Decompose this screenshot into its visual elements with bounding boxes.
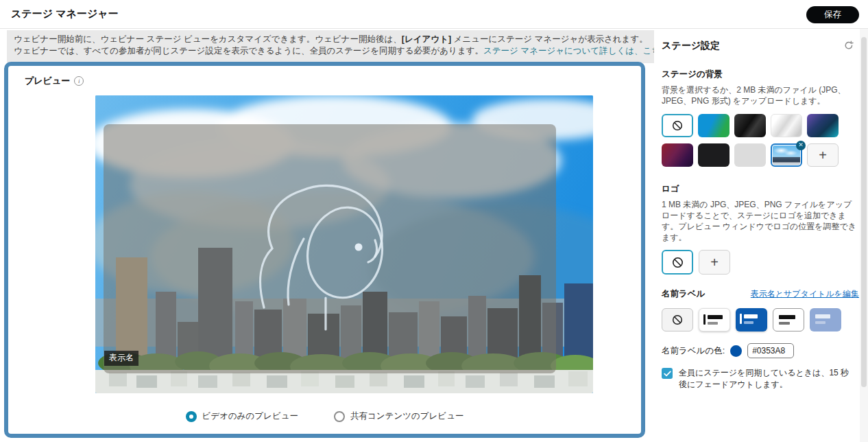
radio-shared-content-label: 共有コンテンツのプレビュー [350, 410, 463, 422]
name-label-style-translucent[interactable] [810, 308, 841, 332]
preview-panel: プレビュー i [4, 62, 645, 438]
background-add-button[interactable]: + [807, 143, 839, 167]
background-swatch-dark-wave[interactable] [734, 114, 766, 137]
layout-menu-ref: [レイアウト] [402, 34, 451, 44]
logo-add-button[interactable]: + [699, 250, 730, 275]
logo-heading: ロゴ [662, 183, 859, 195]
name-label-color-row: 名前ラベルの色: [662, 343, 859, 358]
fade-out-checkbox-checked[interactable] [662, 368, 673, 379]
background-swatch-red-purple[interactable] [662, 143, 693, 167]
fade-out-setting: 全員にステージを同期しているときは、15 秒後にフェードアウトします。 [662, 367, 859, 391]
radio-video-only[interactable]: ビデオのみのプレビュー [186, 410, 298, 422]
learn-more-link[interactable]: ステージ マネージャについて詳しくは、こちらをご覧ください。 [483, 46, 654, 56]
banner-line1: ウェビナー開始前に、ウェビナー ステージ ビューをカスタマイズできます。ウェビナ… [14, 34, 646, 45]
radio-shared-content[interactable]: 共有コンテンツのプレビュー [334, 410, 463, 422]
color-swatch-dot[interactable] [730, 345, 742, 357]
none-icon [672, 257, 684, 268]
display-name-tag[interactable]: 表示名 [104, 351, 138, 366]
background-swatch-grid: ✕ + [662, 114, 859, 167]
background-swatch-white-silk[interactable] [771, 114, 802, 137]
scrollbar-thumb[interactable] [861, 37, 867, 387]
sidebar-header: ステージ設定 [662, 40, 859, 52]
info-banner: ウェビナー開始前に、ウェビナー ステージ ビューをカスタマイズできます。ウェビナ… [7, 30, 654, 63]
radio-video-only-label: ビデオのみのプレビュー [202, 410, 298, 422]
check-icon [664, 371, 671, 377]
background-swatch-black[interactable] [698, 143, 730, 167]
logo-options: + [662, 250, 859, 275]
fade-out-label: 全員にステージを同期しているときは、15 秒後にフェードアウトします。 [679, 367, 850, 391]
name-label-style-white-accent[interactable] [699, 308, 730, 332]
name-label-color-input[interactable] [747, 343, 794, 358]
video-placeholder-region[interactable]: 表示名 [104, 124, 556, 373]
background-heading: ステージの背景 [662, 69, 859, 80]
background-swatch-blue-green[interactable] [698, 114, 730, 137]
none-icon [672, 314, 683, 325]
face-placeholder-icon [241, 163, 419, 335]
scrollbar-track[interactable] [860, 29, 868, 442]
preview-header: プレビュー i [25, 75, 84, 87]
sidebar-title: ステージ設定 [662, 40, 720, 52]
name-label-style-options [662, 308, 859, 332]
refresh-icon[interactable] [843, 40, 855, 52]
top-header-bar: ステージ マネージャー 保存 [0, 0, 868, 29]
name-label-header: 名前ラベル 表示名とサブタイトルを編集 [662, 288, 859, 300]
background-swatch-purple-teal[interactable] [807, 114, 839, 137]
background-swatch-light-gray[interactable] [734, 143, 766, 167]
page-title: ステージ マネージャー [11, 8, 119, 21]
logo-description: 1 MB 未満の JPG、JPEG、PNG ファイルをアップロードすることで、ス… [662, 199, 859, 243]
background-swatch-none[interactable] [662, 114, 693, 137]
name-label-style-blue-filled[interactable] [736, 308, 767, 332]
name-label-color-label: 名前ラベルの色: [662, 345, 725, 357]
none-icon [672, 120, 683, 131]
name-label-style-none[interactable] [662, 308, 693, 332]
background-swatch-city-selected[interactable]: ✕ [771, 143, 802, 167]
logo-none-option[interactable] [662, 250, 693, 275]
name-label-heading: 名前ラベル [662, 288, 705, 300]
preview-title: プレビュー [25, 75, 70, 87]
radio-unselected-icon[interactable] [334, 411, 345, 422]
remove-background-icon[interactable]: ✕ [796, 141, 806, 150]
save-button[interactable]: 保存 [806, 6, 859, 23]
info-icon[interactable]: i [74, 76, 84, 86]
preview-mode-radios: ビデオのみのプレビュー 共有コンテンツのプレビュー [8, 410, 641, 422]
name-label-style-white-outline[interactable] [773, 308, 804, 332]
stage-background-image: 表示名 [95, 95, 593, 393]
stage-settings-sidebar: ステージ設定 ステージの背景 背景を選択するか、2 MB 未満のファイル (JP… [662, 29, 859, 391]
edit-display-name-link[interactable]: 表示名とサブタイトルを編集 [751, 288, 859, 300]
banner-line2: ウェビナーでは、すべての参加者が同じステージ設定を表示できるように、全員のステー… [14, 45, 646, 57]
radio-selected-icon[interactable] [186, 411, 197, 422]
background-description: 背景を選択するか、2 MB 未満のファイル (JPG、JPEG、PNG 形式) … [662, 84, 859, 106]
